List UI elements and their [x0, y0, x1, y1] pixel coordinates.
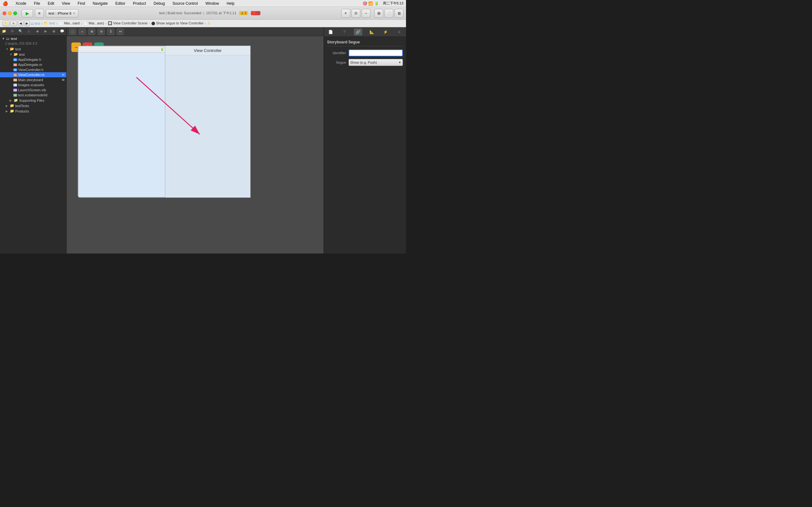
editor-column: □ + ⊕ ⊖ ⇕ ⇔ → 🔴 ⊠ [67, 27, 323, 253]
canvas-toolbar: □ + ⊕ ⊖ ⇕ ⇔ [67, 27, 323, 36]
file-icon: m [13, 63, 17, 66]
chevron-down-icon: ▼ [398, 61, 401, 64]
warning-badge[interactable]: ⚠ 2 [239, 11, 248, 15]
navigator-filter-btn[interactable]: ≡ [10, 20, 17, 26]
bc-mainstoryboard[interactable]: 📄 Mai...oard [59, 21, 80, 25]
sidebar-nav-log[interactable]: 💬 [59, 28, 66, 35]
menu-window[interactable]: Window [204, 1, 220, 6]
canvas-add-btn[interactable]: + [79, 29, 86, 35]
sidebar-item-test-folder[interactable]: 📂 test [0, 52, 66, 57]
inspector-tab-help[interactable]: ? [340, 29, 349, 36]
scheme-selector[interactable]: test | iPhone 6 ▼ [46, 9, 78, 17]
nav-forward-btn[interactable]: ▶ [24, 20, 30, 26]
device-name: iPhone 6 [58, 11, 71, 15]
view-toggle-1[interactable]: ≡ [341, 9, 350, 18]
maximize-button[interactable] [13, 11, 17, 15]
menu-source-control[interactable]: Source Control [171, 1, 199, 6]
sidebar-item-images[interactable]: 🖼 Images.xcassets [0, 82, 66, 88]
sidebar-item-appdelegate-h[interactable]: h AppDelegate.h [0, 57, 66, 62]
canvas-toggle-btn[interactable]: □ [69, 29, 76, 35]
file-icon: m [13, 73, 17, 76]
canvas-area[interactable]: → 🔴 ⊠ 🔋 → ⟫ [67, 36, 323, 253]
identifier-label: Identifier [327, 51, 346, 55]
inspector-tab-bindings[interactable]: ≡ [395, 29, 403, 36]
sidebar-nav-folder[interactable]: 📁 [1, 28, 8, 35]
nav-back-btn[interactable]: ◀ [18, 20, 23, 26]
sidebar-item-supporting-files[interactable]: 📁 Supporting Files [0, 98, 66, 103]
stop-button[interactable]: ■ [35, 9, 44, 18]
menu-editor[interactable]: Editor [114, 1, 126, 6]
navigator-toggle[interactable]: ▤ [374, 9, 383, 18]
sidebar-item-launchscreen[interactable]: x LaunchScreen.xib [0, 88, 66, 93]
canvas-zoom-in[interactable]: ⊕ [88, 29, 95, 35]
canvas-align-h[interactable]: ⇕ [107, 29, 114, 35]
sidebar: 📁 ⚙ 🔍 ⚠ ◆ ▶ ◉ 💬 ▼ 🗂 test 2 targets, iOS … [0, 27, 67, 253]
breadcrumb-bar: 📁 ≡ ◀ ▶ 🗂 test › 📁 test › 📄 Mai...oard ›… [0, 20, 406, 27]
modified-badge: M [62, 78, 65, 81]
iphone-frame[interactable]: 🔋 [78, 46, 166, 198]
sidebar-item-test-group[interactable]: 📂 test [0, 46, 66, 52]
menu-view[interactable]: View [61, 1, 71, 6]
vc-box-body [165, 55, 250, 198]
sidebar-nav-debug[interactable]: ▶ [42, 28, 49, 35]
segue-select[interactable]: Show (e.g. Push) ▼ [349, 59, 403, 66]
sidebar-nav-issues[interactable]: ⚠ [26, 28, 32, 35]
vc-box-header: View Controller [165, 46, 250, 55]
inspector-tab-file[interactable]: 📄 [327, 29, 335, 36]
menu-file[interactable]: File [33, 1, 41, 6]
sidebar-item-main-storyboard[interactable]: sb Main.storyboard M [0, 77, 66, 82]
bc-test-2[interactable]: 📁 test [44, 21, 55, 25]
battery-icon: 🔋 [160, 48, 164, 51]
inspector-tab-attributes[interactable]: 🔗 [354, 29, 362, 36]
sidebar-nav-breakpoints[interactable]: ◉ [50, 28, 57, 35]
menu-navigate[interactable]: Navigate [91, 1, 109, 6]
segue-value: Show (e.g. Push) [350, 60, 377, 64]
inspector-body: Storyboard Segue Identifier Segue Show (… [324, 37, 406, 253]
menu-edit[interactable]: Edit [46, 1, 55, 6]
inspector-tab-size[interactable]: 📐 [368, 29, 376, 36]
assistant-editor-btn[interactable]: ⊡ [351, 9, 360, 18]
project-subtitle: 2 targets, iOS SDK 8.3 [0, 42, 66, 46]
sidebar-item-viewcontroller-h[interactable]: h ViewController.h [0, 67, 66, 72]
sidebar-item-testtests[interactable]: 📁 testTests [0, 103, 66, 108]
bc-test-1[interactable]: test [35, 21, 40, 25]
sidebar-nav-search[interactable]: 🔍 [17, 28, 24, 35]
canvas-zoom-out[interactable]: ⊖ [98, 29, 105, 35]
menu-help[interactable]: Help [225, 1, 236, 6]
minimize-button[interactable] [8, 11, 12, 15]
apple-menu[interactable]: 🍎 [3, 1, 8, 6]
error-badge[interactable]: 🔴 1 [251, 11, 260, 15]
sidebar-toggle-btn[interactable]: 📁 [3, 20, 9, 26]
bc-warning: ⚠ [207, 21, 211, 25]
sidebar-nav-test[interactable]: ◆ [34, 28, 41, 35]
sidebar-item-datamodel[interactable]: d test.xcdatamodelId [0, 93, 66, 98]
chevron-down-icon: ▼ [72, 12, 75, 15]
disclosure-icon [9, 99, 13, 102]
sidebar-item-viewcontroller-m[interactable]: m ViewController.m M [0, 72, 66, 77]
run-button[interactable]: ▶ [21, 9, 33, 17]
sidebar-item-products[interactable]: 📁 Products [0, 108, 66, 114]
item-label: Main.storyboard [18, 78, 43, 82]
version-editor-btn[interactable]: ↔ [362, 9, 370, 18]
identifier-input[interactable] [349, 49, 403, 56]
bc-vc-scene[interactable]: 🔲 View Controller Scene [108, 21, 148, 25]
vc-box[interactable]: View Controller [165, 46, 251, 198]
sidebar-nav-filter[interactable]: ⚙ [9, 28, 16, 35]
project-root[interactable]: ▼ 🗂 test [0, 36, 66, 42]
close-button[interactable] [3, 11, 6, 15]
content-row: 📁 ⚙ 🔍 ⚠ ◆ ▶ ◉ 💬 ▼ 🗂 test 2 targets, iOS … [0, 27, 406, 253]
canvas-align-v[interactable]: ⇔ [117, 29, 124, 35]
menu-xcode[interactable]: Xcode [14, 1, 28, 6]
clock-display: 周二下午5:13 [383, 1, 403, 6]
menu-product[interactable]: Product [132, 1, 147, 6]
debug-area-toggle[interactable]: ⬜ [385, 9, 393, 18]
inspector-tab-connections[interactable]: ⚡ [381, 29, 390, 36]
inspector-toggle[interactable]: ▥ [395, 9, 403, 18]
sidebar-item-appdelegate-m[interactable]: m AppDelegate.m [0, 62, 66, 67]
bc-segue[interactable]: ⬤ Show segue to View Controller [151, 21, 204, 25]
menu-debug[interactable]: Debug [152, 1, 166, 6]
toolbar-right-buttons: ≡ ⊡ ↔ ▤ ⬜ ▥ [341, 9, 403, 18]
menu-find[interactable]: Find [77, 1, 86, 6]
storyboard-segue-section: Storyboard Segue Identifier Segue Show (… [327, 40, 403, 66]
bc-mainase[interactable]: 📄 Mai...ase) [84, 21, 104, 25]
